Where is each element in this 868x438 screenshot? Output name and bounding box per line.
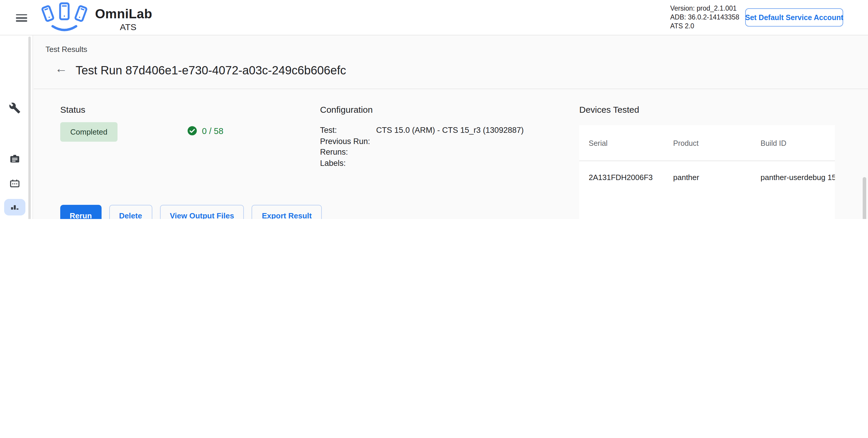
test-count-row: 0 / 58 (187, 126, 223, 136)
menu-icon[interactable] (16, 14, 27, 22)
column-header-build-id: Build ID (761, 139, 786, 148)
delete-button[interactable]: Delete (109, 205, 152, 219)
device-cell-build-id: panther-userdebug 15 r (761, 173, 835, 182)
sidebar-item-clipboard[interactable] (4, 150, 25, 167)
status-heading: Status (60, 104, 85, 115)
configuration-heading: Configuration (320, 104, 373, 115)
config-row-previous-run: Previous Run: (320, 136, 574, 147)
set-default-service-account-button[interactable]: Set Default Service Account (745, 8, 843, 27)
failed-total-count: 0 / 58 (202, 126, 223, 135)
config-row-test: Test:CTS 15.0 (ARM) - CTS 15_r3 (1309288… (320, 125, 574, 136)
table-divider (579, 161, 835, 161)
version-line: Version: prod_2.1.001 (670, 4, 739, 13)
page-title: Test Run 87d406e1-e730-4072-a03c-249c6b6… (75, 64, 346, 77)
config-row-reruns: Reruns: (320, 147, 574, 158)
check-circle-icon (187, 126, 197, 136)
sidebar-nav (0, 35, 33, 219)
config-label: Previous Run: (320, 136, 376, 147)
header-divider (34, 89, 868, 89)
view-output-files-button[interactable]: View Output Files (160, 205, 244, 219)
devices-tested-heading: Devices Tested (579, 104, 639, 115)
configuration-rows: Test:CTS 15.0 (ARM) - CTS 15_r3 (1309288… (320, 125, 574, 169)
brand-name: OmniLab (95, 6, 152, 22)
wrench-icon (9, 102, 21, 114)
adb-version-line: ADB: 36.0.2-14143358 (670, 13, 739, 22)
bar-chart-icon (9, 201, 21, 213)
top-bar: OmniLab ATS Version: prod_2.1.001 ADB: 3… (0, 0, 868, 35)
sidebar-item-wrench[interactable] (4, 100, 25, 116)
calendar-icon (9, 177, 21, 189)
clipboard-icon (9, 153, 21, 164)
brand-text: OmniLab ATS (95, 6, 152, 32)
device-cell-product: panther (673, 173, 699, 182)
config-label: Test: (320, 125, 376, 136)
column-header-serial: Serial (589, 139, 608, 148)
actions-row: RerunDeleteView Output FilesExport Resul… (60, 205, 322, 219)
config-label: Labels: (320, 158, 376, 169)
sidebar-item-calendar[interactable] (4, 175, 25, 192)
ats-version-line: ATS 2.0 (670, 22, 739, 31)
omnilab-logo-icon (37, 1, 92, 37)
breadcrumb[interactable]: Test Results (45, 45, 87, 54)
device-cell-serial: 2A131FDH2006F3 (589, 173, 653, 182)
sidebar-scrollbar[interactable] (28, 37, 31, 219)
rerun-button[interactable]: Rerun (60, 205, 101, 219)
config-row-labels: Labels: (320, 158, 574, 169)
column-header-product: Product (673, 139, 699, 148)
devices-table: SerialProductBuild ID2A131FDH2006F3panth… (579, 125, 835, 219)
export-result-button[interactable]: Export Result (252, 205, 322, 219)
back-arrow-icon[interactable]: ← (55, 61, 67, 75)
page-scrollbar[interactable] (863, 177, 866, 219)
sidebar-item-bar-chart[interactable] (4, 199, 25, 215)
version-info: Version: prod_2.1.001 ADB: 36.0.2-141433… (670, 4, 739, 31)
status-badge: Completed (60, 122, 118, 142)
config-value: CTS 15.0 (ARM) - CTS 15_r3 (13092887) (376, 125, 524, 136)
brand-sub: ATS (120, 22, 152, 32)
app-window: OmniLab ATS Version: prod_2.1.001 ADB: 3… (0, 0, 868, 219)
config-label: Reruns: (320, 147, 376, 158)
